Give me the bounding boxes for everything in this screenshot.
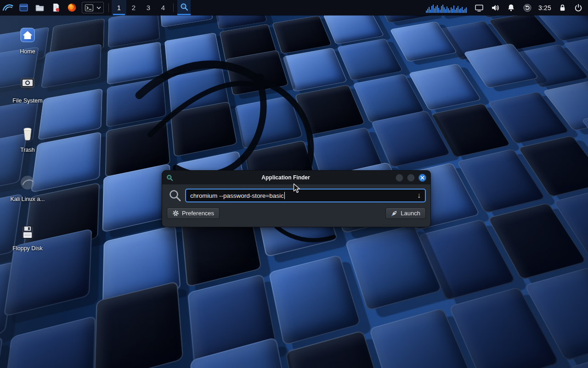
desktop-icon-label: Trash [20,147,35,153]
tray-display-icon[interactable] [474,0,484,15]
maximize-button[interactable] [407,174,415,182]
panel-left: 1 2 3 4 [0,0,191,15]
launcher-file-manager[interactable] [32,0,48,15]
cube [164,33,221,74]
firefox-icon [67,3,77,12]
cube [269,254,362,345]
cube [283,47,348,92]
desktop-icon-label: Home [20,48,35,55]
kali-dimmed-icon [19,174,36,191]
workspace-1[interactable]: 1 [112,0,126,15]
cube [295,85,366,136]
desktop-icon-label: Kali Linux a... [10,196,45,202]
close-icon [420,176,424,180]
window-controls [396,174,426,182]
cube [108,10,160,48]
cube [0,336,3,368]
cube [235,96,304,149]
button-row: Preferences Launch [167,207,426,219]
launch-label: Launch [401,210,420,217]
terminal-dropdown-button[interactable] [95,6,102,10]
kali-menu-button[interactable] [0,0,16,15]
top-panel: 1 2 3 4 [0,0,588,15]
search-icon [169,189,181,202]
application-finder-window: Application Finder chromium --password-s… [162,170,431,227]
titlebar[interactable]: Application Finder [162,171,430,184]
launcher-terminal[interactable] [83,2,95,13]
window-icon [19,3,28,12]
desktop-icon-trash[interactable]: Trash [6,123,50,172]
folder-icon [35,3,45,12]
tray-notifications-bell-icon[interactable] [506,0,516,15]
search-icon [180,3,188,11]
trash-icon [20,125,35,142]
cube [272,15,333,54]
workspace-3[interactable]: 3 [141,0,156,15]
desktop-icon-floppy-disk[interactable]: Floppy Disk [6,222,50,271]
tray-volume-icon[interactable] [490,0,500,15]
gear-icon [172,210,179,217]
terminal-icon [85,3,94,12]
desktop-icon-kali-docs[interactable]: Kali Linux a... [6,172,50,222]
panel-separator [108,3,109,12]
desktop-icon-label: Floppy Disk [12,245,42,252]
preferences-button[interactable]: Preferences [167,207,220,219]
window-search-icon [166,174,173,181]
close-button[interactable] [418,174,426,182]
preferences-label: Preferences [182,210,214,217]
panel-separator [173,3,174,12]
cube [107,41,164,85]
window-title: Application Finder [176,171,396,184]
audio-spectrum [426,3,468,13]
text-caret [284,192,285,199]
kali-logo-icon [2,2,14,14]
cube [337,38,403,81]
file-system-icon [19,76,36,92]
desktop-icon-home[interactable]: Home [6,25,50,74]
taskbar-application-finder[interactable] [177,0,191,15]
cube [106,78,167,128]
launcher-window-manager[interactable] [16,0,32,15]
minimize-button[interactable] [396,174,403,182]
tray-lock-icon[interactable] [557,0,567,15]
launch-icon [391,210,398,217]
terminal-launcher-group [82,2,104,13]
launcher-text-editor[interactable] [48,0,64,15]
desktop-icon-label: File System [12,98,42,104]
workspace-switcher: 1 2 3 4 [112,0,170,15]
finder-body: chromium --password-store=basic ↓ Prefer… [162,184,430,219]
command-text: chromium --password-store=basic [190,192,284,199]
tray-power-icon[interactable] [573,0,583,15]
history-arrow-icon[interactable]: ↓ [414,192,421,199]
cube [0,316,96,368]
workspace-2[interactable]: 2 [126,0,141,15]
panel-right: 3:25 [426,0,588,15]
desktop-icon-file-system[interactable]: File System [6,74,50,123]
desktop-icon-column: Home File System Trash [6,25,50,271]
launcher-firefox[interactable] [64,0,80,15]
home-icon [19,27,36,43]
workspace-4[interactable]: 4 [156,0,170,15]
floppy-disk-icon [20,224,35,240]
command-input[interactable]: chromium --password-store=basic ↓ [185,189,426,202]
search-row: chromium --password-store=basic ↓ [167,189,426,202]
clock[interactable]: 3:25 [538,4,551,12]
launch-button[interactable]: Launch [385,207,426,219]
chevron-down-icon [96,6,101,10]
document-icon [51,3,61,12]
tray-updates-icon[interactable] [522,0,532,15]
